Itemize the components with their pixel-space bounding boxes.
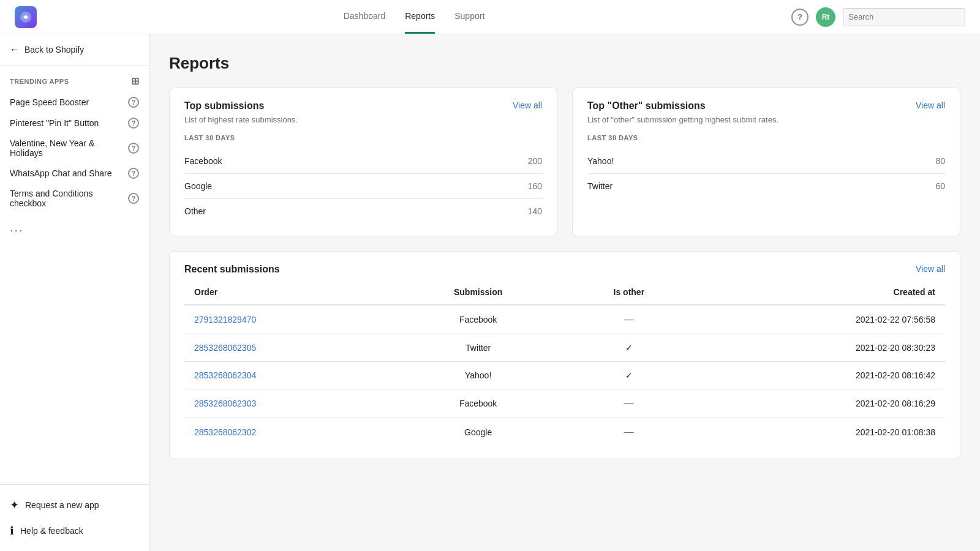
nav-dashboard[interactable]: Dashboard bbox=[344, 0, 386, 34]
top-other-header: Top "Other" submissions View all bbox=[587, 100, 945, 111]
sidebar-item-pinterest[interactable]: Pinterest "Pin It" Button ? bbox=[0, 113, 149, 133]
recent-submissions-view-all[interactable]: View all bbox=[916, 264, 945, 274]
table-row: 2853268062305Twitter✓2021-02-20 08:30:23 bbox=[184, 334, 945, 362]
info-icon-page-speed[interactable]: ? bbox=[128, 97, 139, 108]
submission-cell-3: Facebook bbox=[391, 389, 565, 418]
created-at-cell-2: 2021-02-20 08:16:42 bbox=[693, 362, 945, 389]
top-other-value-0: 80 bbox=[935, 156, 945, 166]
top-sub-value-2: 140 bbox=[528, 206, 542, 216]
main-layout: ← Back to Shopify Trending Apps ⊞ Page S… bbox=[0, 0, 980, 551]
order-link-0[interactable]: 2791321829470 bbox=[194, 315, 256, 324]
grid-icon[interactable]: ⊞ bbox=[131, 75, 140, 87]
request-icon: ✦ bbox=[10, 498, 19, 512]
created-at-cell-4: 2021-02-20 01:08:38 bbox=[693, 418, 945, 447]
col-created-at: Created at bbox=[693, 280, 945, 305]
help-feedback-button[interactable]: ℹ Help & feedback bbox=[0, 518, 149, 544]
top-navigation: Dashboard Reports Support ? Rt bbox=[0, 0, 980, 34]
sidebar-item-label: Page Speed Booster bbox=[10, 97, 89, 107]
top-submissions-view-all[interactable]: View all bbox=[513, 100, 542, 110]
back-arrow-icon: ← bbox=[10, 44, 20, 55]
created-at-cell-0: 2021-02-22 07:56:58 bbox=[693, 305, 945, 334]
top-submissions-title: Top submissions bbox=[184, 100, 264, 111]
top-other-title: Top "Other" submissions bbox=[587, 100, 706, 111]
sidebar-item-label: Valentine, New Year & Holidays bbox=[10, 138, 128, 158]
sidebar-item-valentine[interactable]: Valentine, New Year & Holidays ? bbox=[0, 133, 149, 163]
dash-mark-icon: — bbox=[624, 427, 634, 437]
sidebar-item-terms[interactable]: Terms and Conditions checkbox ? bbox=[0, 184, 149, 213]
back-to-shopify-label: Back to Shopify bbox=[24, 45, 84, 54]
request-new-app-label: Request a new app bbox=[25, 500, 99, 510]
is-other-cell-3: — bbox=[565, 389, 693, 418]
nav-reports[interactable]: Reports bbox=[405, 0, 435, 34]
sidebar-item-page-speed[interactable]: Page Speed Booster ? bbox=[0, 92, 149, 113]
top-submissions-row-1: Google 160 bbox=[184, 174, 542, 199]
info-icon-whatsapp[interactable]: ? bbox=[128, 168, 139, 179]
check-mark-icon: ✓ bbox=[625, 343, 633, 353]
top-other-period: Last 30 Days bbox=[587, 134, 945, 141]
order-link-1[interactable]: 2853268062305 bbox=[194, 343, 256, 353]
dash-mark-icon: — bbox=[624, 398, 634, 408]
top-submissions-header: Top submissions View all bbox=[184, 100, 542, 111]
submission-cell-0: Facebook bbox=[391, 305, 565, 334]
dash-mark-icon: — bbox=[624, 314, 634, 324]
is-other-cell-0: — bbox=[565, 305, 693, 334]
top-other-view-all[interactable]: View all bbox=[916, 100, 945, 110]
submission-cell-1: Twitter bbox=[391, 334, 565, 362]
col-order: Order bbox=[184, 280, 391, 305]
submissions-table: Order Submission Is other Created at 279… bbox=[184, 280, 945, 446]
help-button[interactable]: ? bbox=[791, 9, 809, 26]
order-link-2[interactable]: 2853268062304 bbox=[194, 370, 256, 380]
order-link-4[interactable]: 2853268062302 bbox=[194, 427, 256, 437]
help-feedback-label: Help & feedback bbox=[20, 526, 83, 536]
help-icon: ℹ bbox=[10, 524, 14, 538]
top-sub-label-1: Google bbox=[184, 181, 212, 191]
recent-submissions-header: Recent submissions View all bbox=[184, 264, 945, 275]
top-submissions-card: Top submissions View all List of highest… bbox=[169, 88, 557, 236]
top-other-label-0: Yahoo! bbox=[587, 156, 614, 166]
sidebar: ← Back to Shopify Trending Apps ⊞ Page S… bbox=[0, 34, 149, 551]
top-sub-value-0: 200 bbox=[528, 156, 542, 166]
top-sub-value-1: 160 bbox=[528, 181, 542, 191]
search-input[interactable] bbox=[843, 8, 965, 26]
top-submissions-subtitle: List of highest rate submissions. bbox=[184, 115, 542, 124]
col-submission: Submission bbox=[391, 280, 565, 305]
check-mark-icon: ✓ bbox=[625, 370, 633, 380]
top-sub-label-2: Other bbox=[184, 206, 206, 216]
created-at-cell-3: 2021-02-20 08:16:29 bbox=[693, 389, 945, 418]
is-other-cell-2: ✓ bbox=[565, 362, 693, 389]
info-icon-pinterest[interactable]: ? bbox=[128, 118, 139, 129]
back-to-shopify-link[interactable]: ← Back to Shopify bbox=[0, 34, 149, 66]
info-icon-valentine[interactable]: ? bbox=[128, 143, 139, 154]
table-row: 2853268062303Facebook—2021-02-20 08:16:2… bbox=[184, 389, 945, 418]
trending-section-label: Trending Apps ⊞ bbox=[0, 66, 149, 92]
top-other-subtitle: List of "other" submission getting highe… bbox=[587, 115, 945, 124]
created-at-cell-1: 2021-02-20 08:30:23 bbox=[693, 334, 945, 362]
top-other-row-0: Yahoo! 80 bbox=[587, 149, 945, 174]
submission-cell-4: Google bbox=[391, 418, 565, 447]
logo-icon bbox=[19, 10, 32, 24]
recent-submissions-card: Recent submissions View all Order Submis… bbox=[169, 251, 960, 459]
app-logo[interactable] bbox=[15, 6, 37, 28]
top-other-value-1: 60 bbox=[935, 181, 945, 191]
is-other-cell-4: — bbox=[565, 418, 693, 447]
nav-support[interactable]: Support bbox=[454, 0, 484, 34]
order-link-3[interactable]: 2853268062303 bbox=[194, 399, 256, 408]
sidebar-bottom: ✦ Request a new app ℹ Help & feedback bbox=[0, 484, 149, 551]
request-new-app-button[interactable]: ✦ Request a new app bbox=[0, 492, 149, 518]
top-other-submissions-card: Top "Other" submissions View all List of… bbox=[572, 88, 960, 236]
top-other-row-1: Twitter 60 bbox=[587, 174, 945, 198]
sidebar-item-whatsapp[interactable]: WhatsApp Chat and Share ? bbox=[0, 163, 149, 184]
table-header-row: Order Submission Is other Created at bbox=[184, 280, 945, 305]
page-title: Reports bbox=[169, 54, 960, 73]
submission-cell-2: Yahoo! bbox=[391, 362, 565, 389]
table-row: 2791321829470Facebook—2021-02-22 07:56:5… bbox=[184, 305, 945, 334]
table-row: 2853268062304Yahoo!✓2021-02-20 08:16:42 bbox=[184, 362, 945, 389]
user-avatar[interactable]: Rt bbox=[816, 7, 835, 27]
info-icon-terms[interactable]: ? bbox=[128, 193, 139, 204]
table-row: 2853268062302Google—2021-02-20 01:08:38 bbox=[184, 418, 945, 447]
top-cards-row: Top submissions View all List of highest… bbox=[169, 88, 960, 236]
top-other-label-1: Twitter bbox=[587, 181, 612, 191]
sidebar-more-button[interactable]: ... bbox=[0, 213, 149, 242]
recent-submissions-title: Recent submissions bbox=[184, 264, 280, 275]
sidebar-item-label: Pinterest "Pin It" Button bbox=[10, 118, 99, 128]
